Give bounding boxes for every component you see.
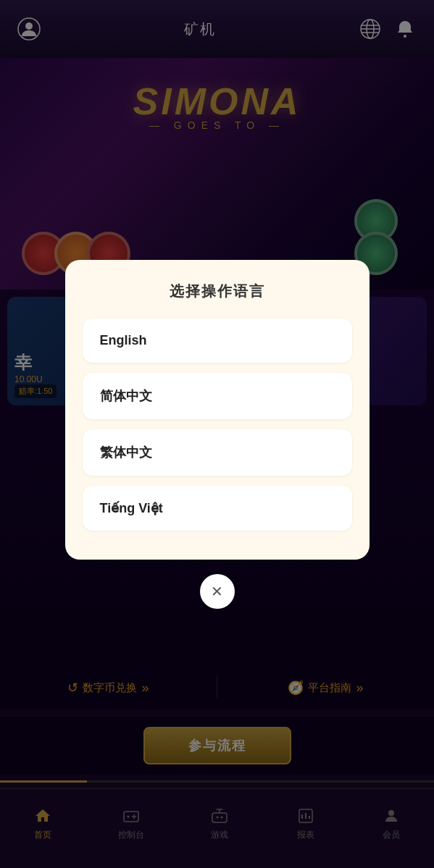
language-option-english[interactable]: English (83, 319, 352, 363)
dialog-close-button[interactable]: ✕ (200, 574, 235, 609)
overlay-backdrop: 选择操作语言 English 简体中文 繁体中文 Tiếng Việt ✕ (0, 0, 434, 868)
language-option-zh-tw[interactable]: 繁体中文 (83, 429, 352, 476)
language-option-vi[interactable]: Tiếng Việt (83, 486, 352, 531)
language-option-zh-cn[interactable]: 简体中文 (83, 373, 352, 419)
close-icon: ✕ (211, 583, 223, 600)
language-dialog: 选择操作语言 English 简体中文 繁体中文 Tiếng Việt (65, 260, 370, 560)
dialog-title: 选择操作语言 (83, 282, 352, 301)
